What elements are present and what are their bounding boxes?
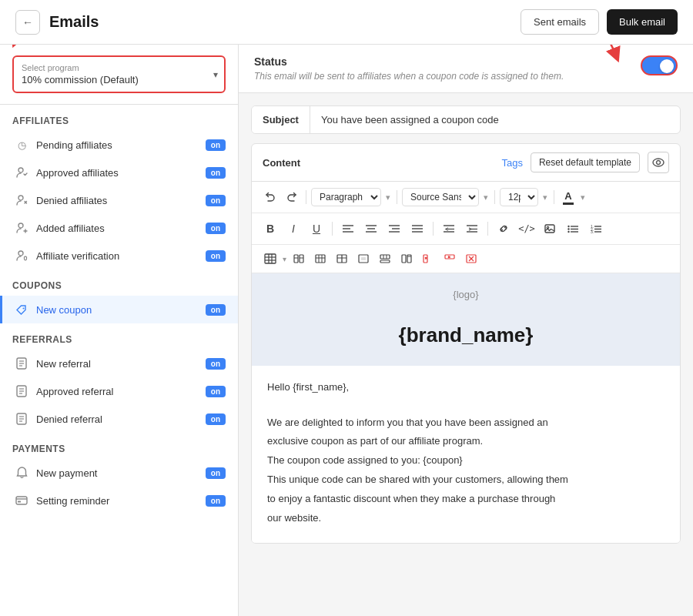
toolbar-divider [433, 222, 434, 236]
sidebar-item-approved-affiliates[interactable]: Approved affiliates on [0, 159, 238, 186]
affiliates-section: AFFILIATES ◷ Pending affiliates on Appro… [0, 105, 238, 270]
toolbar-row-3: ▾ [252, 245, 680, 273]
sidebar-item-affiliate-verification[interactable]: Affiliate verification on [0, 242, 238, 270]
tag-icon [15, 303, 28, 316]
sidebar-item-denied-referral[interactable]: Denied referral on [0, 405, 238, 433]
header-actions: Sent emails Bulk email [521, 9, 678, 35]
underline-button[interactable]: U [307, 219, 326, 238]
brand-name-placeholder: {brand_name} [267, 323, 665, 347]
redo-button[interactable] [283, 188, 301, 206]
status-toggle[interactable] [641, 55, 678, 75]
status-badge: on [206, 195, 226, 206]
back-button[interactable]: ← [15, 10, 40, 35]
sidebar-item-label: Denied referral [36, 413, 198, 425]
bell-icon [15, 466, 28, 480]
preview-line-2: exclusive coupon as part of our affiliat… [267, 434, 665, 450]
table-del-row[interactable] [440, 249, 459, 268]
coupons-section-title: COUPONS [0, 270, 238, 296]
table-del-col[interactable] [419, 249, 437, 268]
table-merge[interactable] [311, 249, 330, 268]
link-button[interactable] [494, 219, 513, 238]
affiliates-section-title: AFFILIATES [0, 105, 238, 131]
sidebar-item-new-referral[interactable]: New referral on [0, 350, 238, 377]
toolbar-divider [332, 222, 333, 236]
toolbar-divider [397, 190, 397, 204]
code-button[interactable]: </> [517, 219, 536, 238]
status-badge: on [206, 167, 226, 179]
preview-greeting: Hello {first_name}, [267, 380, 665, 396]
image-button[interactable] [541, 219, 559, 238]
sidebar-item-new-payment[interactable]: New payment on [0, 459, 238, 487]
sidebar-item-label: Pending affiliates [36, 139, 198, 151]
sidebar-item-new-coupon[interactable]: New coupon on [0, 296, 238, 323]
table-button[interactable] [261, 249, 280, 268]
svg-rect-71 [361, 257, 366, 260]
sidebar-item-label: Approved referral [36, 386, 198, 397]
paragraph-select[interactable]: Paragraph Heading 1 Heading 2 [311, 188, 381, 206]
ordered-list-button[interactable]: 1.2.3. [587, 219, 605, 238]
payments-section-title: PAYMENTS [0, 433, 238, 459]
preview-button[interactable] [648, 152, 669, 173]
email-preview: {logo} {brand_name} Hello {first_name}, … [252, 273, 680, 543]
reset-template-button[interactable]: Reset default template [531, 152, 640, 172]
justify-button[interactable] [408, 219, 427, 238]
bulk-email-button[interactable]: Bulk email [607, 9, 678, 35]
logo-placeholder: {logo} [453, 289, 478, 300]
sent-emails-button[interactable]: Sent emails [521, 9, 599, 35]
toolbar-divider [494, 190, 495, 204]
toolbar-row-1: Paragraph Heading 1 Heading 2 ▾ Source S… [252, 182, 680, 213]
svg-rect-60 [300, 255, 303, 263]
table-col-before[interactable] [290, 249, 308, 268]
preview-logo-area: {logo} [252, 273, 680, 316]
table-cell[interactable] [354, 249, 373, 268]
indent-decrease-button[interactable] [440, 219, 458, 238]
sidebar-item-approved-referral[interactable]: Approved referral on [0, 377, 238, 405]
coupons-section: COUPONS New coupon on [0, 270, 238, 323]
italic-button[interactable]: I [284, 219, 303, 238]
sidebar-item-setting-reminder[interactable]: Setting reminder on [0, 487, 238, 514]
user-check-icon [15, 166, 28, 179]
file-icon [15, 384, 28, 398]
bold-button[interactable]: B [261, 219, 280, 238]
status-badge: on [206, 358, 226, 370]
font-color-button[interactable]: A [559, 188, 578, 206]
svg-point-2 [18, 223, 23, 228]
svg-point-41 [547, 226, 548, 228]
align-right-button[interactable] [385, 219, 403, 238]
sidebar-item-added-affiliates[interactable]: Added affiliates on [0, 214, 238, 242]
subject-value: You have been assigned a coupon code [310, 106, 680, 133]
table-split[interactable] [333, 249, 351, 268]
indent-increase-button[interactable] [463, 219, 481, 238]
table-col-after[interactable] [397, 249, 416, 268]
font-select[interactable]: Source Sans... [402, 188, 479, 206]
svg-point-3 [18, 251, 23, 256]
align-left-button[interactable] [339, 219, 357, 238]
svg-point-0 [18, 168, 23, 172]
program-select[interactable]: Select program 10% commission (Default) [12, 55, 226, 93]
user-shield-icon [15, 249, 28, 263]
toolbar-divider [306, 190, 306, 204]
align-center-button[interactable] [362, 219, 380, 238]
preview-body[interactable]: Hello {first_name}, We are delighted to … [252, 366, 680, 543]
svg-point-4 [23, 308, 25, 310]
status-badge: on [206, 304, 226, 316]
status-badge: on [206, 223, 226, 234]
bullet-list-button[interactable] [564, 219, 582, 238]
tags-button[interactable]: Tags [501, 157, 522, 169]
table-row-insert[interactable] [376, 249, 394, 268]
svg-rect-73 [380, 260, 390, 263]
table-del-table[interactable] [462, 249, 480, 268]
preview-brand: {brand_name} [252, 316, 680, 366]
svg-text:3.: 3. [591, 229, 594, 233]
status-badge: on [206, 386, 226, 397]
payments-section: PAYMENTS New payment on Setting reminder… [0, 433, 238, 514]
sidebar-item-pending-affiliates[interactable]: ◷ Pending affiliates on [0, 131, 238, 159]
svg-point-1 [18, 196, 23, 200]
svg-rect-54 [265, 254, 276, 263]
undo-button[interactable] [261, 188, 280, 206]
file-icon [15, 412, 28, 426]
header-left: ← Emails [15, 10, 99, 35]
status-badge: on [206, 250, 226, 262]
sidebar-item-denied-affiliates[interactable]: Denied affiliates on [0, 186, 238, 214]
font-size-select[interactable]: 12pt 10pt 14pt [500, 188, 538, 206]
